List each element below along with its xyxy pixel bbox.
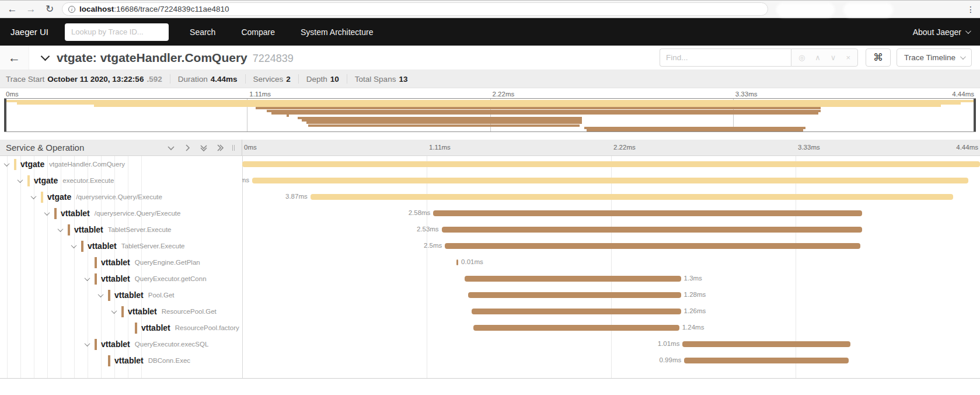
- prev-match-icon[interactable]: ∧: [815, 53, 821, 62]
- span-name-cell[interactable]: vttabletQueryEngine.GetPlan: [0, 254, 242, 271]
- span-timeline-cell[interactable]: 1.3ms: [242, 271, 980, 287]
- span-row[interactable]: vttabletQueryExecutor.execSQL1.01ms: [0, 336, 980, 352]
- span-timeline-cell[interactable]: 2.5ms: [242, 238, 980, 254]
- address-bar[interactable]: i localhost:16686/trace/7224839c11ae4810: [62, 2, 768, 16]
- span-row[interactable]: vtgatevtgateHandler.ComQuery: [0, 156, 980, 172]
- minimap-left-scrubber[interactable]: [4, 99, 6, 131]
- span-duration-bar[interactable]: [682, 341, 850, 347]
- span-name-cell[interactable]: vttabletQueryExecutor.getConn: [0, 271, 242, 287]
- span-row[interactable]: vttabletQueryEngine.GetPlan0.01ms: [0, 254, 980, 271]
- span-row[interactable]: vttabletPool.Get1.28ms: [0, 287, 980, 303]
- expand-chevron-icon[interactable]: [71, 242, 77, 248]
- span-name-cell[interactable]: vttabletPool.Get: [0, 287, 242, 303]
- collapse-trace-chevron-icon[interactable]: [41, 52, 50, 61]
- nav-link-search[interactable]: Search: [190, 27, 215, 37]
- span-name-cell[interactable]: vttabletDBConn.Exec: [0, 352, 242, 369]
- span-duration-bar[interactable]: [252, 178, 968, 183]
- span-duration-bar[interactable]: [242, 161, 980, 167]
- span-name-cell[interactable]: vttabletResourcePool.factory: [0, 320, 242, 336]
- span-duration-bar[interactable]: [473, 325, 679, 331]
- span-duration-bar[interactable]: [468, 292, 681, 298]
- span-row[interactable]: vttabletResourcePool.factory1.24ms: [0, 320, 980, 336]
- span-timeline-cell[interactable]: 4.31ms: [242, 172, 980, 189]
- expand-chevron-icon[interactable]: [85, 275, 90, 281]
- browser-back-icon[interactable]: ←: [6, 4, 19, 14]
- span-row[interactable]: vttabletQueryExecutor.getConn1.3ms: [0, 271, 980, 287]
- span-timeline-cell[interactable]: 3.87ms: [242, 189, 980, 205]
- span-row[interactable]: vttabletTabletServer.Execute2.5ms: [0, 238, 980, 254]
- collapse-all-icon[interactable]: [200, 144, 208, 152]
- span-timeline-cell[interactable]: 2.53ms: [242, 221, 980, 238]
- find-input[interactable]: [660, 48, 791, 67]
- span-bar-wrap: 0.01ms: [456, 259, 458, 265]
- trace-header-controls: ◎ ∧ ∨ × ⌘ Trace Timeline: [660, 48, 972, 67]
- column-resizer-handle[interactable]: [232, 145, 235, 151]
- expand-chevron-icon[interactable]: [18, 177, 23, 183]
- span-timeline-cell[interactable]: 1.01ms: [242, 336, 980, 352]
- span-name-cell[interactable]: vtgateexecutor.Execute: [0, 172, 242, 189]
- span-duration-bar[interactable]: [445, 243, 860, 249]
- site-info-icon[interactable]: i: [68, 6, 75, 13]
- expand-all-icon[interactable]: [216, 144, 224, 152]
- span-duration-label: 1.26ms: [681, 308, 706, 314]
- expand-one-icon[interactable]: [183, 144, 191, 152]
- collapse-one-icon[interactable]: [167, 144, 175, 152]
- span-row[interactable]: vttabletResourcePool.Get1.26ms: [0, 303, 980, 320]
- back-to-search-button[interactable]: ←: [0, 46, 29, 70]
- expand-chevron-icon[interactable]: [111, 308, 117, 314]
- keyboard-shortcuts-button[interactable]: ⌘: [866, 48, 891, 67]
- span-row[interactable]: vtgateexecutor.Execute4.31ms: [0, 172, 980, 189]
- span-timeline-cell[interactable]: 1.24ms: [242, 320, 980, 336]
- nav-link-compare[interactable]: Compare: [241, 27, 275, 37]
- browser-forward-icon[interactable]: →: [25, 4, 37, 14]
- span-row[interactable]: vttablet/queryservice.Query/Execute2.58m…: [0, 205, 980, 221]
- span-name-cell[interactable]: vtgatevtgateHandler.ComQuery: [0, 156, 242, 172]
- trace-view-dropdown[interactable]: Trace Timeline: [897, 48, 972, 67]
- clear-find-icon[interactable]: ×: [846, 53, 850, 62]
- span-duration-bar[interactable]: [442, 227, 862, 233]
- span-name-cell[interactable]: vttabletResourcePool.Get: [0, 303, 242, 320]
- focus-match-icon[interactable]: ◎: [798, 53, 805, 62]
- span-timeline-cell[interactable]: 0.99ms: [242, 352, 980, 369]
- span-duration-bar[interactable]: [433, 210, 862, 216]
- expand-chevron-icon[interactable]: [44, 210, 50, 216]
- span-name-cell[interactable]: vttablet/queryservice.Query/Execute: [0, 205, 242, 221]
- about-jaeger-menu[interactable]: About Jaeger: [913, 27, 969, 37]
- span-name-cell[interactable]: vtgate/queryservice.Query/Execute: [0, 189, 242, 205]
- minimap-span-bar: [287, 115, 289, 117]
- minimap-span-bar: [587, 129, 803, 131]
- span-timeline-cell[interactable]: 1.28ms: [242, 287, 980, 303]
- url-host: localhost: [79, 5, 114, 13]
- span-timeline-cell[interactable]: 0.01ms: [242, 254, 980, 271]
- span-duration-bar[interactable]: [472, 309, 681, 314]
- expand-chevron-icon[interactable]: [4, 161, 10, 167]
- next-match-icon[interactable]: ∨: [831, 53, 836, 62]
- service-color-marker: [108, 290, 110, 301]
- browser-refresh-icon[interactable]: ↻: [43, 4, 56, 14]
- span-timeline-cell[interactable]: [242, 156, 980, 172]
- jaeger-brand[interactable]: Jaeger UI: [11, 27, 48, 37]
- span-timeline-cell[interactable]: 2.58ms: [242, 205, 980, 221]
- span-duration-bar[interactable]: [465, 276, 681, 282]
- span-name-cell[interactable]: vttabletTabletServer.Execute: [0, 238, 242, 254]
- span-row[interactable]: vttabletDBConn.Exec0.99ms: [0, 352, 980, 369]
- span-name-cell[interactable]: vttabletQueryExecutor.execSQL: [0, 336, 242, 352]
- span-row[interactable]: vtgate/queryservice.Query/Execute3.87ms: [0, 189, 980, 205]
- expand-chevron-icon[interactable]: [85, 341, 90, 347]
- span-name-cell[interactable]: vttabletTabletServer.Execute: [0, 221, 242, 238]
- trace-lookup-input[interactable]: [65, 23, 169, 41]
- span-row[interactable]: vttabletTabletServer.Execute2.53ms: [0, 221, 980, 238]
- minimap-right-scrubber[interactable]: [974, 99, 976, 131]
- expand-chevron-icon[interactable]: [31, 193, 37, 199]
- span-bar-wrap: 2.58ms: [433, 210, 862, 216]
- expand-chevron-icon[interactable]: [98, 292, 104, 297]
- span-duration-label: 1.01ms: [658, 341, 683, 347]
- span-duration-bar[interactable]: [684, 358, 849, 363]
- nav-link-system-architecture[interactable]: System Architecture: [301, 27, 374, 37]
- timeline-minimap[interactable]: [4, 98, 976, 132]
- span-timeline-cell[interactable]: 1.26ms: [242, 303, 980, 320]
- browser-menu-icon[interactable]: ⋮: [967, 5, 974, 14]
- url-text[interactable]: localhost:16686/trace/7224839c11ae4810: [79, 5, 229, 13]
- span-duration-bar[interactable]: [311, 194, 954, 200]
- expand-chevron-icon[interactable]: [58, 226, 64, 232]
